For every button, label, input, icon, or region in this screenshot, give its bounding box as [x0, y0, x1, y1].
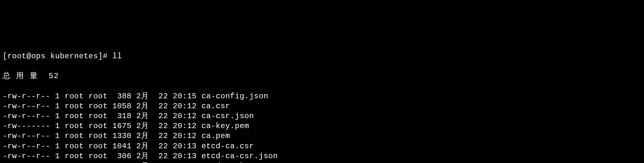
file-perms: -rw-r--r--: [3, 142, 50, 151]
file-size: 1330: [112, 132, 132, 140]
file-day: 22: [159, 102, 168, 110]
file-group: root: [88, 122, 108, 130]
file-size: 1041: [112, 142, 132, 151]
file-owner: root: [65, 102, 84, 110]
file-month: 2月: [136, 112, 149, 120]
file-row: -rw-r--r-- 1 root root 388 2月 22 20:15 c…: [3, 91, 641, 101]
file-size: 388: [112, 92, 132, 101]
file-row: -rw-r--r-- 1 root root 1041 2月 22 20:13 …: [3, 141, 641, 151]
file-perms: -rw-r--r--: [3, 112, 50, 120]
file-perms: -rw-------: [3, 162, 50, 163]
file-day: 22: [159, 132, 168, 140]
file-group: root: [88, 152, 108, 160]
file-month: 2月: [136, 142, 149, 151]
terminal-output: [root@ops kubernetes]# ll 总 用 量 52 -rw-r…: [3, 41, 641, 163]
file-listing: -rw-r--r-- 1 root root 388 2月 22 20:15 c…: [3, 91, 641, 163]
file-links: 1: [55, 152, 60, 160]
file-month: 2月: [136, 102, 149, 110]
file-name: ca-csr.json: [202, 112, 254, 120]
file-size: 1058: [112, 102, 132, 110]
file-time: 20:13: [173, 142, 197, 151]
file-links: 1: [55, 92, 60, 101]
file-owner: root: [65, 112, 84, 120]
file-time: 20:13: [173, 162, 197, 163]
file-month: 2月: [136, 162, 149, 163]
file-links: 1: [55, 142, 60, 151]
file-day: 22: [159, 122, 168, 130]
file-month: 2月: [136, 132, 149, 140]
file-name: ca-config.json: [202, 92, 268, 101]
file-group: root: [88, 92, 108, 101]
file-day: 22: [159, 162, 168, 163]
file-month: 2月: [136, 92, 149, 101]
file-name: ca.csr: [202, 102, 230, 110]
file-links: 1: [55, 122, 60, 130]
file-row: -rw-r--r-- 1 root root 1058 2月 22 20:12 …: [3, 101, 641, 111]
file-time: 20:12: [173, 102, 197, 110]
file-owner: root: [65, 142, 84, 151]
file-perms: -rw-r--r--: [3, 92, 50, 101]
file-owner: root: [65, 152, 84, 160]
file-perms: -rw-------: [3, 122, 50, 130]
file-group: root: [88, 132, 108, 140]
file-owner: root: [65, 122, 84, 130]
file-group: root: [88, 162, 108, 163]
file-row: -rw-r--r-- 1 root root 318 2月 22 20:12 c…: [3, 111, 641, 121]
file-day: 22: [159, 152, 168, 160]
file-name: etcd-ca-key.pem: [202, 162, 273, 163]
file-name: ca.pem: [202, 132, 230, 140]
file-links: 1: [55, 112, 60, 120]
file-name: etcd-ca.csr: [202, 142, 254, 151]
file-size: 318: [112, 112, 132, 120]
file-time: 20:12: [173, 122, 197, 130]
file-group: root: [88, 102, 108, 110]
total-label: 总 用 量: [3, 72, 38, 80]
file-row: -rw-r--r-- 1 root root 306 2月 22 20:13 e…: [3, 151, 641, 161]
file-perms: -rw-r--r--: [3, 102, 50, 110]
file-group: root: [88, 142, 108, 151]
file-links: 1: [55, 132, 60, 140]
file-day: 22: [159, 92, 168, 101]
file-perms: -rw-r--r--: [3, 152, 50, 160]
file-name: ca-key.pem: [202, 122, 249, 130]
total-line: 总 用 量 52: [3, 71, 641, 81]
file-month: 2月: [136, 152, 149, 160]
file-size: 306: [112, 152, 132, 160]
file-day: 22: [159, 142, 168, 151]
file-day: 22: [159, 112, 168, 120]
file-size: 1675: [112, 162, 132, 163]
file-row: -rw------- 1 root root 1675 2月 22 20:12 …: [3, 121, 641, 131]
file-owner: root: [65, 132, 84, 140]
file-row: -rw-r--r-- 1 root root 1330 2月 22 20:12 …: [3, 131, 641, 141]
file-links: 1: [55, 102, 60, 110]
prompt-text: [root@ops kubernetes]# ll: [3, 52, 122, 61]
file-month: 2月: [136, 122, 149, 130]
file-time: 20:12: [173, 132, 197, 140]
file-time: 20:13: [173, 152, 197, 160]
file-perms: -rw-r--r--: [3, 132, 50, 140]
file-time: 20:15: [173, 92, 197, 101]
total-value: 52: [49, 72, 59, 80]
file-links: 1: [55, 162, 60, 163]
file-row: -rw------- 1 root root 1675 2月 22 20:13 …: [3, 161, 641, 163]
shell-prompt[interactable]: [root@ops kubernetes]# ll: [3, 51, 641, 61]
file-group: root: [88, 112, 108, 120]
file-name: etcd-ca-csr.json: [202, 152, 278, 160]
file-time: 20:12: [173, 112, 197, 120]
file-owner: root: [65, 92, 84, 101]
file-size: 1675: [112, 122, 132, 130]
file-owner: root: [65, 162, 84, 163]
